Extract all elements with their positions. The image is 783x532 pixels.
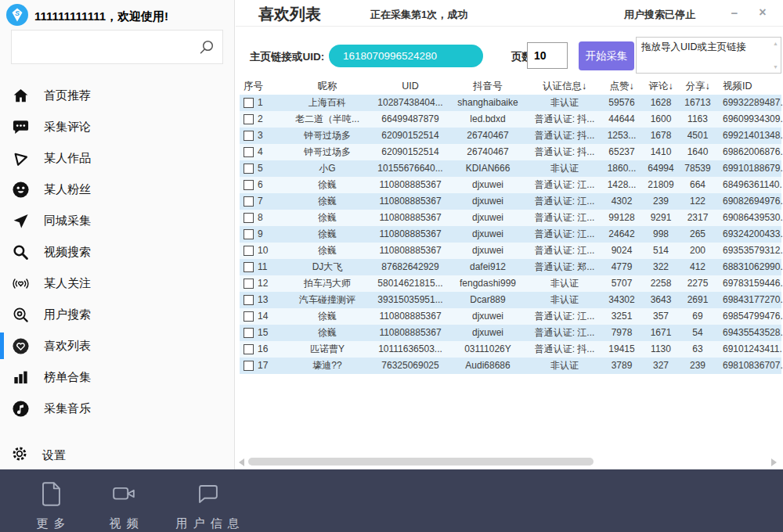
table-row[interactable]: 2 老二道（半吨... 66499487879 led.bdxd 普通认证: 抖… bbox=[240, 111, 781, 128]
cell-likes: 44644 bbox=[601, 111, 643, 128]
cell-videoid: 69910188679. bbox=[716, 160, 783, 177]
hscroll-thumb[interactable] bbox=[248, 458, 594, 466]
cell-shares: 664 bbox=[679, 177, 716, 193]
table-row[interactable]: 16 匹诺曹Y 10111636503... 03111026Y 普通认证: 抖… bbox=[240, 341, 781, 358]
bar-chart-icon bbox=[11, 368, 30, 386]
table-row[interactable]: 13 汽车碰撞测评 39315035951... Dcar889 非认证 343… bbox=[240, 292, 781, 308]
col-header-videoid: 视频ID bbox=[716, 78, 783, 95]
uid-input[interactable] bbox=[329, 45, 483, 67]
cell-nickname: 徐巍 bbox=[281, 193, 373, 210]
table-row[interactable]: 14 徐巍 110808885367 djxuwei 普通认证: 江... 32… bbox=[240, 308, 781, 325]
cell-uid: 10111636503... bbox=[373, 341, 447, 358]
table-row[interactable]: 6 徐巍 110808885367 djxuwei 普通认证: 江... 142… bbox=[240, 177, 781, 193]
dock-item-user-info[interactable]: 用户信息 bbox=[161, 479, 254, 531]
user-face-icon bbox=[11, 180, 30, 199]
row-checkbox[interactable] bbox=[244, 229, 254, 239]
cell-videoid: 68831062990. bbox=[716, 259, 783, 275]
play-icon bbox=[11, 149, 30, 167]
collect-status-text: 正在采集第1次，成功 bbox=[370, 8, 467, 22]
sidebar-item-user-works[interactable]: 某人作品 bbox=[0, 142, 235, 174]
hscroll-right-arrow-icon[interactable] bbox=[771, 458, 777, 466]
sidebar-item-city-collect[interactable]: 同城采集 bbox=[0, 205, 235, 236]
sidebar-item-user-search[interactable]: 用户搜索 bbox=[0, 299, 235, 330]
uid-dropzone[interactable]: 拖放导入UID或主页链接 ▲ ▼ bbox=[636, 37, 781, 74]
sidebar-item-user-fans[interactable]: 某人粉丝 bbox=[0, 174, 235, 205]
table-row[interactable]: 11 DJ大飞 87682642929 dafei912 普通认证: 郑... … bbox=[240, 259, 781, 275]
cell-douyin: djxuwei bbox=[447, 226, 529, 243]
row-checkbox[interactable] bbox=[244, 213, 254, 223]
table-row[interactable]: 1 上海百科 10287438404... shanghaibaike 非认证 … bbox=[240, 95, 781, 111]
sidebar-item-video-search[interactable]: 视频搜索 bbox=[0, 236, 235, 268]
table-row[interactable]: 12 拍车冯大师 58014621815... fengdashi999 非认证… bbox=[240, 275, 781, 292]
scroll-up-icon[interactable]: ▲ bbox=[773, 41, 778, 46]
sidebar-item-label: 喜欢列表 bbox=[44, 339, 91, 354]
sidebar-item-like-list[interactable]: 喜欢列表 bbox=[0, 330, 235, 361]
cell-seq: 12 bbox=[258, 275, 268, 292]
row-checkbox[interactable] bbox=[244, 180, 254, 190]
col-header-comments[interactable]: 评论↓ bbox=[643, 78, 679, 95]
sidebar-item-collect-music[interactable]: 采集音乐 bbox=[0, 393, 235, 424]
dock-item-video[interactable]: 视频 bbox=[96, 479, 151, 531]
row-checkbox[interactable] bbox=[244, 164, 254, 174]
sidebar-search-box[interactable] bbox=[11, 30, 223, 64]
table-row[interactable]: 3 钟哥过场多 62090152514 26740467 普通认证: 抖... … bbox=[240, 128, 781, 144]
table-row[interactable]: 9 徐巍 110808885367 djxuwei 普通认证: 江... 246… bbox=[240, 226, 781, 243]
sidebar-item-settings[interactable]: 设置 bbox=[0, 440, 246, 471]
col-header-shares[interactable]: 分享↓ bbox=[679, 78, 716, 95]
table-row[interactable]: 5 小G 10155676640... KDIAN666 非认证 1860...… bbox=[240, 160, 781, 177]
sidebar-item-label: 视频搜索 bbox=[44, 245, 91, 260]
start-collect-button[interactable]: 开始采集 bbox=[579, 41, 634, 70]
cell-nickname: 徐巍 bbox=[281, 226, 373, 243]
sidebar-search-input[interactable] bbox=[18, 34, 193, 62]
close-button[interactable]: × bbox=[753, 3, 772, 22]
scroll-down-icon[interactable]: ▼ bbox=[773, 64, 778, 70]
row-checkbox[interactable] bbox=[244, 295, 254, 305]
row-checkbox[interactable] bbox=[244, 328, 254, 338]
sidebar-item-collect-comments[interactable]: 采集评论 bbox=[0, 111, 235, 142]
cell-videoid: 69324200433. bbox=[716, 226, 783, 243]
sidebar-item-home-recommend[interactable]: 首页推荐 bbox=[0, 80, 235, 111]
col-header-cert[interactable]: 认证信息↓ bbox=[529, 78, 601, 95]
table-row[interactable]: 4 钟哥过场多 62090152514 26740467 普通认证: 抖... … bbox=[240, 144, 781, 160]
row-checkbox[interactable] bbox=[244, 98, 254, 108]
col-header-likes[interactable]: 点赞↓ bbox=[601, 78, 643, 95]
cell-seq: 4 bbox=[258, 144, 263, 160]
dock-item-more[interactable]: 更多 bbox=[23, 479, 78, 531]
table-row[interactable]: 8 徐巍 110808885367 djxuwei 普通认证: 江... 991… bbox=[240, 210, 781, 226]
row-checkbox[interactable] bbox=[244, 131, 254, 141]
hscroll-left-arrow-icon[interactable] bbox=[239, 458, 244, 466]
row-checkbox[interactable] bbox=[244, 196, 254, 207]
row-checkbox[interactable] bbox=[244, 147, 254, 157]
cell-likes: 3789 bbox=[601, 358, 643, 374]
cell-uid: 110808885367 bbox=[373, 193, 447, 210]
cell-douyin: djxuwei bbox=[447, 210, 529, 226]
cell-comments: 1628 bbox=[643, 95, 679, 111]
sidebar-item-label: 同城采集 bbox=[44, 214, 91, 228]
cell-seq: 2 bbox=[258, 111, 263, 128]
row-checkbox[interactable] bbox=[244, 262, 254, 272]
sidebar: S 111111111111，欢迎使用! 首页推荐 bbox=[0, 0, 235, 469]
minimize-button[interactable]: − bbox=[725, 3, 744, 22]
cell-shares: 16713 bbox=[679, 95, 716, 111]
table-row[interactable]: 15 徐巍 110808885367 djxuwei 普通认证: 江... 79… bbox=[240, 325, 781, 341]
page-title: 喜欢列表 bbox=[258, 4, 321, 25]
cell-cert: 普通认证: 江... bbox=[529, 193, 601, 210]
cell-likes: 4302 bbox=[601, 193, 643, 210]
sidebar-item-ranking-collection[interactable]: 榜单合集 bbox=[0, 361, 235, 393]
row-checkbox[interactable] bbox=[244, 361, 254, 371]
row-checkbox[interactable] bbox=[244, 279, 254, 289]
cell-nickname: 拍车冯大师 bbox=[281, 275, 373, 292]
row-checkbox[interactable] bbox=[244, 344, 254, 354]
cell-shares: 2317 bbox=[679, 210, 716, 226]
row-checkbox[interactable] bbox=[244, 114, 254, 124]
pages-input[interactable] bbox=[527, 42, 568, 69]
table-row[interactable]: 17 壕迪?? 76325069025 Audi68686 非认证 3789 3… bbox=[240, 358, 781, 374]
table-row[interactable]: 10 徐巍 110808885367 djxuwei 普通认证: 江... 90… bbox=[240, 243, 781, 259]
row-checkbox[interactable] bbox=[244, 311, 254, 322]
row-checkbox[interactable] bbox=[244, 246, 254, 256]
search-icon[interactable] bbox=[197, 39, 215, 59]
table-row[interactable]: 7 徐巍 110808885367 djxuwei 普通认证: 江... 430… bbox=[240, 193, 781, 210]
main-header: 喜欢列表 正在采集第1次，成功 用户搜索已停止 − × bbox=[236, 0, 783, 27]
sidebar-item-user-follows[interactable]: 某人关注 bbox=[0, 268, 235, 299]
cell-likes: 7978 bbox=[601, 325, 643, 341]
